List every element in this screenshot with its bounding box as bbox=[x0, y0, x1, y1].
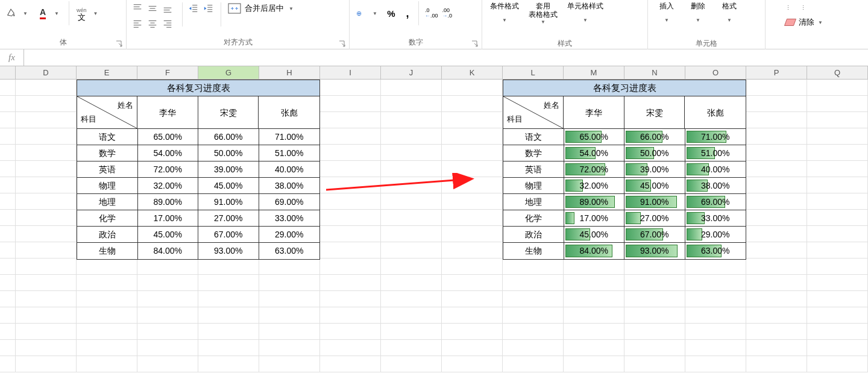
format-as-table-button[interactable]: 套用 表格格式 ▼ bbox=[524, 0, 562, 37]
font-color-button[interactable]: A bbox=[36, 5, 49, 21]
merge-cells-label[interactable]: 合并后居中 bbox=[245, 3, 284, 14]
insert-button[interactable]: 插入▼ bbox=[652, 0, 682, 37]
value-cell[interactable]: 29.00% bbox=[685, 227, 746, 243]
fill-color-dropdown[interactable]: ▼ bbox=[19, 7, 32, 20]
value-cell[interactable]: 71.00% bbox=[685, 129, 746, 145]
value-cell[interactable]: 89.00% bbox=[138, 194, 199, 210]
col-header-N[interactable]: N bbox=[624, 66, 685, 79]
col-header-E[interactable]: E bbox=[77, 66, 137, 79]
currency-button[interactable]: ⊕ bbox=[353, 6, 368, 20]
value-cell[interactable]: 32.00% bbox=[564, 178, 625, 194]
value-cell[interactable]: 84.00% bbox=[138, 243, 199, 259]
value-cell[interactable]: 45.00% bbox=[198, 178, 259, 194]
value-cell[interactable]: 50.00% bbox=[198, 145, 259, 161]
percent-button[interactable]: % bbox=[385, 7, 398, 20]
value-cell[interactable]: 39.00% bbox=[198, 161, 259, 178]
col-header-O[interactable]: O bbox=[685, 66, 746, 79]
col-header-F[interactable]: F bbox=[137, 66, 198, 79]
increase-decimal-button[interactable]: .0←.00 bbox=[423, 6, 440, 20]
fill-color-button[interactable] bbox=[4, 6, 18, 20]
col-header-G[interactable]: G bbox=[198, 66, 259, 79]
col-header-M[interactable]: M bbox=[564, 66, 624, 79]
value-cell[interactable]: 84.00% bbox=[564, 243, 625, 259]
value-cell[interactable]: 63.00% bbox=[685, 243, 746, 259]
grid-body[interactable]: 各科复习进度表姓名科目李华宋雯张彪语文65.00%66.00%71.00%数学5… bbox=[0, 80, 868, 376]
clear-button[interactable]: 清除 ▼ bbox=[781, 15, 827, 30]
value-cell[interactable]: 39.00% bbox=[624, 161, 685, 178]
col-header-D[interactable]: D bbox=[16, 66, 77, 79]
number-group-launcher[interactable] bbox=[471, 40, 479, 48]
value-cell[interactable]: 54.00% bbox=[564, 145, 625, 161]
align-right-button[interactable] bbox=[160, 16, 175, 31]
increase-indent-button[interactable] bbox=[201, 1, 216, 16]
align-top-button[interactable] bbox=[130, 1, 145, 16]
value-cell[interactable]: 71.00% bbox=[259, 129, 320, 145]
value-cell[interactable]: 33.00% bbox=[685, 210, 746, 227]
col-header-I[interactable]: I bbox=[320, 66, 381, 79]
format-button[interactable]: 格式▼ bbox=[714, 0, 744, 37]
vdots-2[interactable]: ⋮ bbox=[796, 1, 810, 14]
delete-button[interactable]: 删除▼ bbox=[683, 0, 713, 37]
align-group-launcher[interactable] bbox=[338, 40, 347, 48]
col-header-K[interactable]: K bbox=[442, 66, 503, 79]
font-color-dropdown[interactable]: ▼ bbox=[50, 7, 63, 20]
value-cell[interactable]: 93.00% bbox=[198, 243, 259, 259]
value-cell[interactable]: 72.00% bbox=[138, 161, 199, 178]
align-middle-button[interactable] bbox=[145, 1, 160, 16]
value-cell[interactable]: 29.00% bbox=[259, 227, 320, 243]
value-cell[interactable]: 17.00% bbox=[564, 210, 625, 227]
fx-icon[interactable]: fx bbox=[0, 49, 24, 66]
phonetic-guide-dropdown[interactable]: ▼ bbox=[89, 7, 102, 20]
value-cell[interactable]: 45.00% bbox=[138, 227, 199, 243]
col-header-J[interactable]: J bbox=[381, 66, 442, 79]
value-cell[interactable]: 45.00% bbox=[564, 227, 625, 243]
col-header-P[interactable]: P bbox=[746, 66, 807, 79]
currency-dropdown[interactable]: ▼ bbox=[368, 7, 382, 20]
comma-button[interactable]: , bbox=[401, 5, 414, 22]
value-cell[interactable]: 65.00% bbox=[138, 129, 199, 145]
value-cell[interactable]: 66.00% bbox=[198, 129, 259, 145]
col-header-Q[interactable]: Q bbox=[807, 66, 868, 79]
value-cell[interactable]: 66.00% bbox=[624, 129, 685, 145]
value-cell[interactable]: 51.00% bbox=[685, 145, 746, 161]
decrease-decimal-button[interactable]: .00→.0 bbox=[441, 6, 454, 20]
value-cell[interactable]: 67.00% bbox=[624, 227, 685, 243]
value-cell[interactable]: 45.00% bbox=[624, 178, 685, 194]
align-center-button[interactable] bbox=[145, 16, 160, 31]
align-left-button[interactable] bbox=[130, 16, 145, 31]
value-cell[interactable]: 38.00% bbox=[685, 178, 746, 194]
value-cell[interactable]: 50.00% bbox=[624, 145, 685, 161]
formula-input[interactable] bbox=[24, 49, 868, 66]
decrease-indent-button[interactable] bbox=[186, 1, 201, 16]
value-cell[interactable]: 40.00% bbox=[259, 161, 320, 178]
font-group-launcher[interactable] bbox=[115, 40, 124, 48]
merge-cells-dropdown[interactable]: ▼ bbox=[285, 2, 298, 15]
col-header-H[interactable]: H bbox=[259, 66, 320, 79]
value-cell[interactable]: 54.00% bbox=[138, 145, 199, 161]
value-cell[interactable]: 89.00% bbox=[564, 194, 625, 210]
align-bottom-button[interactable] bbox=[160, 1, 175, 16]
value-cell[interactable]: 33.00% bbox=[259, 210, 320, 227]
value-cell[interactable]: 27.00% bbox=[198, 210, 259, 227]
cell-styles-button[interactable]: 单元格样式 ▼ bbox=[563, 0, 608, 37]
value-cell[interactable]: 27.00% bbox=[624, 210, 685, 227]
conditional-format-button[interactable]: 条件格式 ▼ bbox=[486, 0, 523, 37]
vdots-1[interactable]: ⋮ bbox=[781, 1, 794, 14]
value-cell[interactable]: 69.00% bbox=[685, 194, 746, 210]
value-cell[interactable]: 40.00% bbox=[685, 161, 746, 178]
value-cell[interactable]: 65.00% bbox=[564, 129, 625, 145]
value-cell[interactable]: 91.00% bbox=[624, 194, 685, 210]
value-cell[interactable]: 17.00% bbox=[138, 210, 199, 227]
value-cell[interactable]: 63.00% bbox=[259, 243, 320, 259]
value-cell[interactable]: 51.00% bbox=[259, 145, 320, 161]
value-cell[interactable]: 38.00% bbox=[259, 178, 320, 194]
value-cell[interactable]: 69.00% bbox=[259, 194, 320, 210]
value-cell[interactable]: 32.00% bbox=[138, 178, 199, 194]
value-cell[interactable]: 91.00% bbox=[198, 194, 259, 210]
merge-cells-icon[interactable] bbox=[226, 1, 243, 16]
value-cell[interactable]: 72.00% bbox=[564, 161, 625, 178]
value-cell[interactable]: 67.00% bbox=[198, 227, 259, 243]
value-cell[interactable]: 93.00% bbox=[624, 243, 685, 259]
phonetic-guide-button[interactable]: wén文 bbox=[75, 4, 89, 23]
col-header-L[interactable]: L bbox=[503, 66, 564, 79]
